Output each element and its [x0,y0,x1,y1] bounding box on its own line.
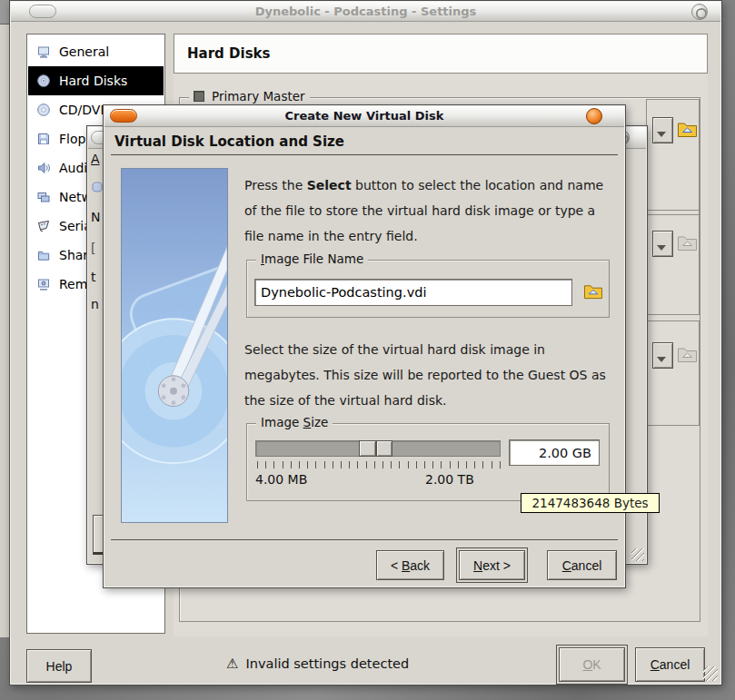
serial-ports-icon [36,219,51,233]
remote-display-icon [36,277,51,291]
size-slider-handle[interactable] [359,440,392,457]
back-button[interactable]: < Back [376,550,444,580]
select-media-icon-2-disabled [677,233,698,251]
back-button-label: < Back [391,558,430,573]
audio-icon [36,161,51,175]
manager-resize-grip[interactable] [631,548,644,561]
manager-text-fragment: [ [91,241,95,255]
sidebar-label: General [59,44,109,59]
help-button-label: Help [46,659,73,674]
general-icon [36,44,51,59]
settings-resize-grip[interactable] [703,666,718,681]
intro-pre: Press the [244,178,307,192]
select-media-icon-1[interactable] [677,120,698,138]
wizard-button-divider [111,539,618,540]
page-header: Hard Disks [174,34,708,74]
intro-bold: Select [307,178,352,192]
wizard-cancel-label: Cancel [562,558,602,573]
floppy-icon [36,132,51,146]
settings-titlebar[interactable]: Dynebolic - Podcasting - Settings [11,2,720,22]
next-button[interactable]: Next > [459,550,525,580]
slot-group-3 [646,320,700,426]
select-file-folder-icon [583,282,603,300]
image-file-name-label: Image File Name [256,251,368,266]
ok-button[interactable]: OK [559,647,625,682]
select-file-button[interactable] [583,282,603,300]
manager-text-fragment: N [91,210,100,224]
size-slider-track[interactable] [255,440,501,457]
ok-button-label: OK [582,657,601,672]
sidebar-label: Hard Disks [59,74,127,88]
window-maximize-button[interactable] [691,4,708,20]
hard-disks-icon [36,74,51,88]
slider-handle-right [376,440,393,457]
combo-dropdown-button-3[interactable] [652,342,673,369]
next-button-label: Next > [473,558,511,573]
warning-message: ⚠ Invalid settings detected [226,656,409,672]
select-media-icon-3-disabled [677,345,698,363]
manager-text-fragment: n [91,297,99,311]
settings-cancel-button[interactable]: Cancel [635,647,705,682]
manager-disks-icon [91,181,104,193]
primary-master-checkbox[interactable] [194,91,204,102]
warning-text: Invalid settings detected [245,656,409,671]
network-icon [36,190,51,204]
size-max-label: 2.00 TB [425,472,474,487]
size-bytes-tooltip: 2147483648 Bytes [521,493,660,513]
settings-window-title: Dynebolic - Podcasting - Settings [11,5,720,18]
warning-icon: ⚠ [226,656,238,672]
shared-folders-icon [36,248,51,262]
image-file-name-input[interactable] [254,279,572,306]
image-size-group: Image Size 4.00 MB 2.00 TB 2.00 GB [246,423,610,501]
slider-handle-left [359,440,376,457]
image-size-label: Image Size [256,415,333,429]
help-button[interactable]: Help [26,649,92,683]
image-file-name-group: Image File Name [246,260,610,318]
wizard-heading: Virtual Disk Location and Size [114,133,344,150]
wizard-cancel-button[interactable]: Cancel [547,550,617,580]
primary-master-label-row: Primary Master [189,89,310,104]
wizard-titlebar[interactable]: Create New Virtual Disk [104,106,624,127]
wizard-intro-text: Press the Select button to select the lo… [244,173,613,249]
size-min-label: 4.00 MB [255,472,307,487]
wizard-title: Create New Virtual Disk [104,109,624,123]
combo-dropdown-button-1[interactable] [652,117,673,143]
settings-cancel-label: Cancel [651,657,690,672]
size-value-field[interactable]: 2.00 GB [509,439,600,466]
manager-text-fragment: t [91,270,96,284]
sidebar-item-hard-disks[interactable]: Hard Disks [28,66,164,95]
manager-text-fragment: A [91,152,100,166]
size-slider-ticks [257,461,501,468]
wizard-close-button[interactable] [586,108,602,124]
wizard-heading-divider [111,154,618,155]
primary-master-label: Primary Master [212,89,305,104]
combo-dropdown-button-2[interactable] [652,231,673,257]
slot-group-2 [646,210,700,315]
hard-disk-illustration [121,168,228,523]
wizard-size-text: Select the size of the virtual hard disk… [244,337,613,413]
cd-icon [36,103,51,117]
create-disk-wizard: Create New Virtual Disk Virtual Disk Loc… [103,104,626,588]
page-title: Hard Disks [187,45,270,62]
sidebar-item-general[interactable]: General [28,37,164,66]
